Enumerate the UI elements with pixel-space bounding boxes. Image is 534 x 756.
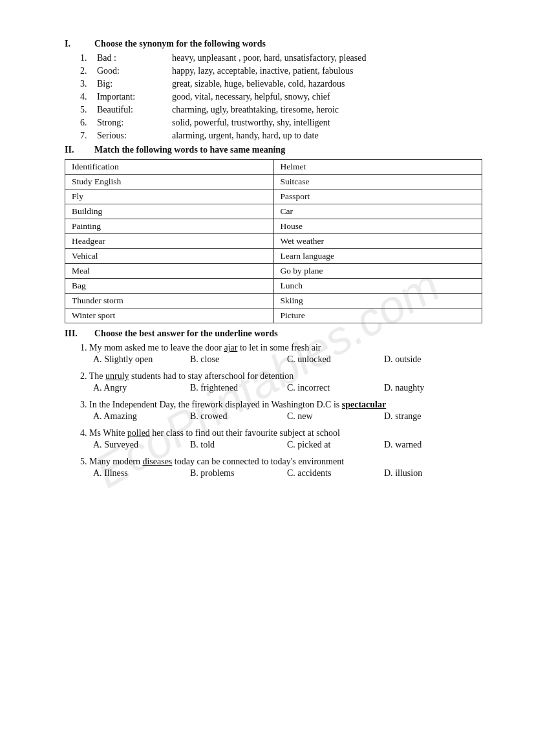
option-text: picked at [297, 440, 330, 449]
option-label: D. [384, 411, 393, 421]
option-text: told [200, 440, 215, 449]
mc-question-4: 4. Ms White polled her class to find out… [80, 428, 482, 450]
mc-option-A: A. Surveyed [93, 440, 171, 450]
match-left-4: Painting [65, 219, 274, 234]
option-label: B. [190, 411, 198, 421]
q-options: alarming, urgent, handy, hard, up to dat… [172, 131, 482, 141]
option-text: Slightly open [104, 354, 153, 364]
section-1-question-3: 3. Big: great, sizable, huge, believable… [80, 79, 482, 89]
section-2-number: II. [65, 145, 85, 155]
option-label: C. [287, 440, 295, 449]
match-left-10: Winter sport [65, 308, 274, 323]
option-label: B. [190, 468, 198, 478]
match-left-1: Study English [65, 175, 274, 189]
mc-options: A. IllnessB. problemsC. accidentsD. illu… [80, 468, 482, 479]
q-text-part: her class to find out their favourite su… [150, 428, 340, 438]
mc-option-D: D. outside [384, 354, 462, 365]
q-text-part: students had to stay afterschool for det… [129, 371, 294, 381]
q-text-part: today can be connected to today's enviro… [172, 457, 344, 466]
table-row: Study English Suitcase [65, 175, 482, 189]
match-left-0: Identification [65, 160, 274, 175]
option-label: A. [93, 440, 102, 449]
match-left-8: Bag [65, 279, 274, 294]
match-left-5: Headgear [65, 234, 274, 249]
mc-option-B: B. problems [190, 468, 268, 479]
mc-question-2: 2. The unruly students had to stay after… [80, 371, 482, 393]
mc-option-C: C. unlocked [287, 354, 365, 365]
match-right-0: Helmet [273, 160, 482, 175]
option-text: close [200, 354, 219, 364]
match-right-9: Skiing [273, 294, 482, 308]
option-text: incorrect [297, 383, 330, 393]
option-text: crowed [200, 411, 227, 421]
option-label: A. [93, 383, 102, 393]
option-text: new [297, 411, 312, 421]
option-text: problems [200, 468, 234, 478]
q-options: happy, lazy, acceptable, inactive, patie… [172, 66, 482, 76]
q-num: 7. [80, 131, 93, 141]
q-num: 6. [80, 118, 93, 128]
mc-option-C: C. picked at [287, 440, 365, 450]
option-label: C. [287, 354, 295, 364]
section-1: I. Choose the synonym for the following … [65, 39, 482, 141]
q-options: solid, powerful, trustworthy, shy, intel… [172, 118, 482, 128]
underline-word: diseases [142, 457, 172, 466]
q-text-part: The [89, 371, 105, 381]
section-2-title: Match the following words to have same m… [94, 145, 285, 155]
table-row: Bag Lunch [65, 279, 482, 294]
mc-option-D: D. illusion [384, 468, 462, 479]
mc-question-1: 1. My mom asked me to leave the door aja… [80, 343, 482, 365]
option-text: outside [395, 354, 421, 364]
option-label: C. [287, 411, 295, 421]
q-word: Good: [97, 66, 168, 76]
q-word: Bad : [97, 53, 168, 63]
q-num: 4. [80, 92, 93, 102]
table-row: Thunder storm Skiing [65, 294, 482, 308]
table-row: Painting House [65, 219, 482, 234]
section-2: II. Match the following words to have sa… [65, 145, 482, 323]
option-label: A. [93, 354, 102, 364]
mc-option-C: C. incorrect [287, 383, 365, 393]
section-1-question-5: 5. Beautiful: charming, ugly, breathtaki… [80, 105, 482, 115]
match-left-9: Thunder storm [65, 294, 274, 308]
table-row: Winter sport Picture [65, 308, 482, 323]
q-word: Serious: [97, 131, 168, 141]
option-text: illusion [395, 468, 422, 478]
mc-option-D: D. warned [384, 440, 462, 450]
underline-word: unruly [105, 371, 129, 381]
mc-option-B: B. close [190, 354, 268, 365]
mc-question-text: 1. My mom asked me to leave the door aja… [80, 343, 482, 353]
option-text: accidents [297, 468, 331, 478]
section-3: III. Choose the best answer for the unde… [65, 329, 482, 479]
option-text: naughty [395, 383, 424, 393]
underline-word: spectacular [342, 400, 386, 409]
mc-option-A: A. Slightly open [93, 354, 171, 365]
match-right-8: Lunch [273, 279, 482, 294]
mc-options: A. AmazingB. crowedC. newD. strange [80, 411, 482, 422]
option-label: D. [384, 354, 393, 364]
mc-question-text: 5. Many modern diseases today can be con… [80, 457, 482, 467]
option-label: C. [287, 468, 295, 478]
option-text: unlocked [297, 354, 330, 364]
table-row: Fly Passport [65, 189, 482, 204]
mc-options: A. AngryB. frightenedC. incorrectD. naug… [80, 383, 482, 393]
mc-question-text: 4. Ms White polled her class to find out… [80, 428, 482, 438]
table-row: Meal Go by plane [65, 264, 482, 279]
q-text-part: My mom asked me to leave the door [89, 343, 224, 352]
match-left-3: Building [65, 204, 274, 219]
match-right-5: Wet weather [273, 234, 482, 249]
mc-options: A. SurveyedB. toldC. picked atD. warned [80, 440, 482, 450]
mc-option-A: A. Amazing [93, 411, 171, 422]
table-row: Identification Helmet [65, 160, 482, 175]
match-right-7: Go by plane [273, 264, 482, 279]
q-word: Strong: [97, 118, 168, 128]
mc-option-D: D. strange [384, 411, 462, 422]
option-label: A. [93, 468, 102, 478]
match-table: Identification Helmet Study English Suit… [65, 159, 482, 323]
mc-option-B: B. crowed [190, 411, 268, 422]
q-num: 2. [80, 66, 93, 76]
mc-option-B: B. frightened [190, 383, 268, 393]
option-label: D. [384, 440, 393, 449]
section-1-question-6: 6. Strong: solid, powerful, trustworthy,… [80, 118, 482, 128]
section-3-questions: 1. My mom asked me to leave the door aja… [65, 343, 482, 479]
